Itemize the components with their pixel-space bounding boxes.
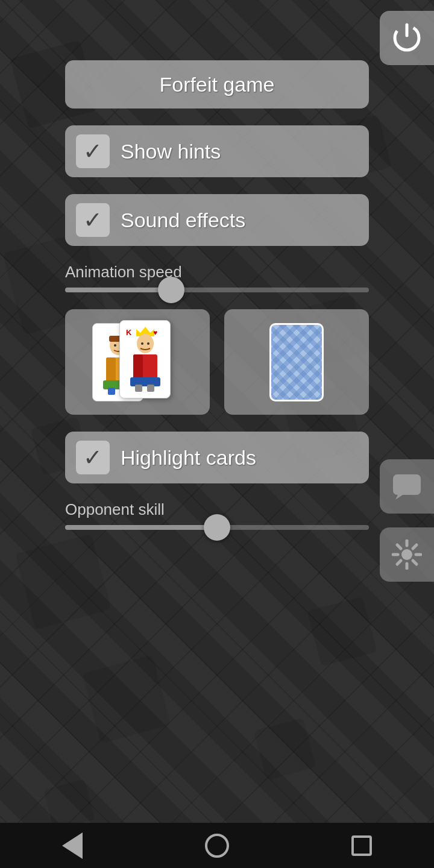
svg-text:K: K (126, 328, 132, 337)
opponent-skill-track[interactable] (65, 525, 369, 530)
svg-rect-27 (135, 385, 142, 392)
svg-line-11 (413, 545, 417, 549)
card-back-design (269, 323, 324, 401)
animation-speed-fill (65, 288, 171, 292)
card-back-picker[interactable] (224, 309, 369, 415)
highlight-cards-label: Highlight cards (121, 446, 256, 470)
svg-point-20 (114, 344, 116, 347)
nav-recents-icon (351, 835, 372, 856)
svg-point-4 (401, 549, 412, 560)
svg-rect-28 (147, 385, 154, 392)
svg-rect-26 (130, 377, 160, 386)
card-back-preview (224, 309, 369, 415)
nav-back-icon (62, 832, 83, 859)
nav-back-button[interactable] (54, 828, 90, 864)
highlight-cards-toggle[interactable]: ✓ Highlight cards (65, 432, 369, 483)
svg-rect-2 (393, 474, 421, 495)
power-button[interactable] (380, 11, 434, 65)
opponent-skill-fill (65, 525, 217, 530)
card-face-picker[interactable]: ♥ K (65, 309, 210, 415)
opponent-skill-thumb[interactable] (204, 514, 230, 541)
settings-button[interactable] (380, 527, 434, 582)
svg-point-29 (137, 334, 154, 353)
show-hints-toggle[interactable]: ✓ Show hints (65, 125, 369, 177)
card-face-preview: ♥ K (65, 309, 210, 415)
opponent-skill-section: Opponent skill (65, 500, 369, 530)
forfeit-label: Forfeit game (160, 73, 275, 96)
animation-speed-track[interactable] (65, 288, 369, 292)
show-hints-checkmark: ✓ (83, 140, 102, 163)
svg-marker-3 (395, 495, 403, 500)
sound-effects-label: Sound effects (121, 209, 245, 232)
nav-home-icon (205, 834, 229, 858)
card-face-front-card: ♥ K (119, 320, 171, 398)
svg-line-9 (397, 545, 401, 549)
animation-speed-section: Animation speed (65, 263, 369, 292)
nav-home-button[interactable] (199, 828, 235, 864)
svg-text:♥: ♥ (153, 329, 157, 337)
svg-line-10 (413, 561, 417, 564)
sound-effects-checkmark: ✓ (83, 209, 102, 231)
sound-effects-toggle[interactable]: ✓ Sound effects (65, 194, 369, 246)
sound-effects-checkbox: ✓ (76, 203, 110, 237)
navigation-bar (0, 823, 434, 868)
card-pickers-row: ♥ K (65, 309, 369, 415)
forfeit-game-button[interactable]: Forfeit game (65, 60, 369, 108)
highlight-cards-checkmark: ✓ (83, 446, 102, 469)
highlight-cards-checkbox: ✓ (76, 441, 110, 474)
animation-speed-label: Animation speed (65, 263, 369, 281)
svg-point-30 (141, 342, 143, 345)
animation-speed-thumb[interactable] (158, 277, 184, 303)
show-hints-label: Show hints (121, 140, 221, 163)
svg-rect-16 (108, 388, 115, 395)
svg-line-12 (397, 561, 401, 564)
show-hints-checkbox: ✓ (76, 134, 110, 168)
chat-button[interactable] (380, 459, 434, 514)
nav-recents-button[interactable] (344, 828, 380, 864)
svg-point-31 (147, 342, 149, 345)
